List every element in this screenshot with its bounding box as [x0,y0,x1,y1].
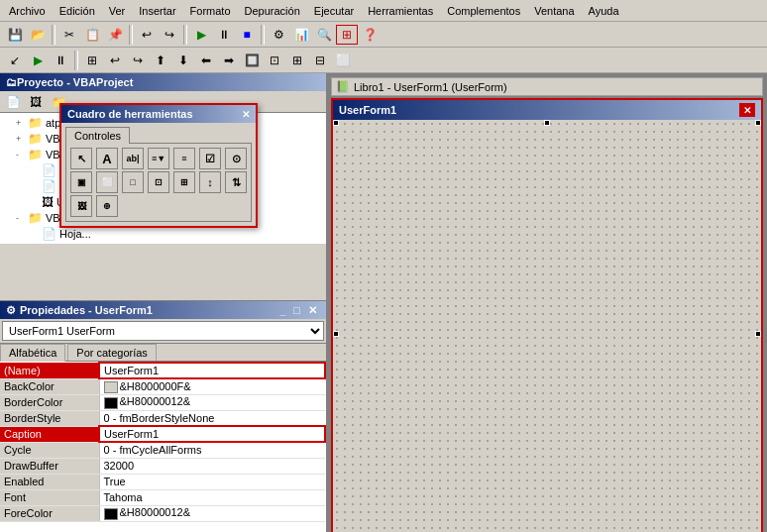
tb2-9[interactable]: ⬅ [195,51,217,70]
resize-handle-top-right[interactable] [755,120,761,126]
tb2-6[interactable]: ↪ [127,51,149,70]
toolbox-close-button[interactable]: ✕ [242,109,250,120]
menu-insertar[interactable]: Insertar [134,4,180,18]
tb-sep2 [129,25,133,45]
proj-view-object[interactable]: 🖼 [25,92,47,112]
menu-edicion[interactable]: Edición [55,4,100,18]
prop-row-drawbuffer[interactable]: DrawBuffer 32000 [0,458,325,474]
tool-multipage[interactable]: ⊞ [173,171,195,193]
tool-pointer[interactable]: ↖ [70,148,92,169]
prop-row-borderstyle[interactable]: BorderStyle 0 - fmBorderStyleNone [0,410,325,426]
tb-save[interactable]: 💾 [4,25,26,45]
tool-label[interactable]: A [96,148,118,169]
tb-objbrowser[interactable]: 🔍 [313,25,335,45]
prop-value-cell[interactable]: &H8000000F& [99,378,325,394]
tb2-4[interactable]: ⊞ [81,51,103,70]
tab-categorias[interactable]: Por categorías [67,344,157,361]
resize-handle-top-left[interactable] [333,120,339,126]
tb2-15[interactable]: ⬜ [332,51,354,70]
menu-formato[interactable]: Formato [185,4,236,18]
tool-referedit[interactable]: ⊕ [96,195,118,217]
tool-checkbox[interactable]: ☑ [199,148,221,169]
resize-handle-mid-right[interactable] [755,331,761,337]
prop-value-cell[interactable]: True [99,474,325,489]
tb-cut[interactable]: ✂ [58,25,80,45]
menu-ejecutar[interactable]: Ejecutar [309,4,359,18]
properties-object-select[interactable]: UserForm1 UserForm [2,321,324,341]
prop-name-cell: Enabled [0,474,99,489]
tb-pause[interactable]: ⏸ [213,25,235,45]
tool-scrollbar[interactable]: ↕ [199,171,221,193]
tool-textbox[interactable]: ab| [122,148,144,169]
tb2-12[interactable]: ⊡ [264,51,285,70]
prop-value-cell[interactable]: Tahoma [99,489,325,505]
tb-design[interactable]: ⚙ [268,25,289,45]
menu-archivo[interactable]: Archivo [4,4,51,18]
tb-redo[interactable]: ↪ [159,25,180,45]
tree-folder-icon: 📁 [28,148,43,161]
tb-help[interactable]: ❓ [359,25,381,45]
prop-row-font[interactable]: Font Tahoma [0,489,325,505]
prop-value-cell[interactable]: 32000 [99,458,325,474]
menu-complementos[interactable]: Complementos [442,4,525,18]
tb2-5[interactable]: ↩ [104,51,126,70]
prop-row-bordercolor[interactable]: BorderColor &H80000012& [0,394,325,410]
prop-row-caption[interactable]: Caption UserForm1 [0,426,325,442]
prop-value-cell[interactable]: UserForm1 [99,363,325,378]
tb2-3[interactable]: ⏸ [50,51,71,70]
props-minimize-btn[interactable]: _ [276,304,288,317]
userform-body[interactable] [333,120,761,532]
tb2-14[interactable]: ⊟ [309,51,331,70]
menu-depuracion[interactable]: Depuración [240,4,305,18]
prop-value-cell[interactable]: &H80000012& [99,394,325,410]
tb2-sep1 [74,51,78,70]
tool-commandbutton[interactable]: □ [122,171,144,193]
menu-ver[interactable]: Ver [104,4,131,18]
menu-ventana[interactable]: Ventana [529,4,579,18]
tb2-10[interactable]: ➡ [218,51,240,70]
prop-row-name[interactable]: (Name) UserForm1 [0,363,325,378]
tb2-13[interactable]: ⊞ [286,51,308,70]
prop-row-enabled[interactable]: Enabled True [0,474,325,489]
tb2-7[interactable]: ⬆ [150,51,171,70]
prop-row-backcolor[interactable]: BackColor &H8000000F& [0,378,325,394]
tool-frame[interactable]: ⬜ [96,171,118,193]
tb2-8[interactable]: ⬇ [172,51,194,70]
menu-herramientas[interactable]: Herramientas [363,4,438,18]
tb-run[interactable]: ▶ [190,25,212,45]
tb-stop[interactable]: ■ [236,25,258,45]
tool-listbox[interactable]: ≡ [173,148,195,169]
userform-close-button[interactable]: ✕ [739,103,755,117]
tool-optionbutton[interactable]: ⊙ [225,148,247,169]
main-window-titlebar: 📗 Libro1 - UserForm1 (UserForm) [331,77,763,96]
tool-image[interactable]: 🖼 [70,195,92,217]
proj-view-code[interactable]: 📄 [2,92,24,112]
menu-ayuda[interactable]: Ayuda [584,4,624,18]
prop-value-cell[interactable]: 0 - fmBorderStyleNone [99,410,325,426]
tool-togglebutton[interactable]: ▣ [70,171,92,193]
prop-value-cell[interactable]: &H80000012& [99,505,325,521]
tb-open[interactable]: 📂 [27,25,49,45]
prop-row-cycle[interactable]: Cycle 0 - fmCycleAllForms [0,442,325,458]
tab-alfabetica[interactable]: Alfabética [0,344,65,362]
tb-paste[interactable]: 📌 [104,25,126,45]
tree-item-hoja2[interactable]: 📄 Hoja... [2,226,324,242]
tool-tabstrip[interactable]: ⊡ [148,171,169,193]
tb-project[interactable]: 📊 [290,25,312,45]
prop-value-cell[interactable]: UserForm1 [99,426,325,442]
tb2-2[interactable]: ▶ [27,51,49,70]
tb-copy[interactable]: 📋 [81,25,103,45]
props-close-btn[interactable]: ✕ [305,304,320,317]
tb-toolbox[interactable]: ⊞ [336,25,358,45]
resize-handle-mid-left[interactable] [333,331,339,337]
tool-combobox[interactable]: ≡▼ [148,148,169,169]
prop-row-forecolor[interactable]: ForeColor &H80000012& [0,505,325,521]
tb2-1[interactable]: ↙ [4,51,26,70]
tb2-11[interactable]: 🔲 [241,51,263,70]
prop-value-cell[interactable]: 0 - fmCycleAllForms [99,442,325,458]
tb-undo[interactable]: ↩ [136,25,158,45]
toolbox-controls-tab[interactable]: Controles [65,127,130,144]
props-restore-btn[interactable]: □ [290,304,303,317]
tool-spinbutton[interactable]: ⇅ [225,171,247,193]
resize-handle-top-mid[interactable] [544,120,550,126]
